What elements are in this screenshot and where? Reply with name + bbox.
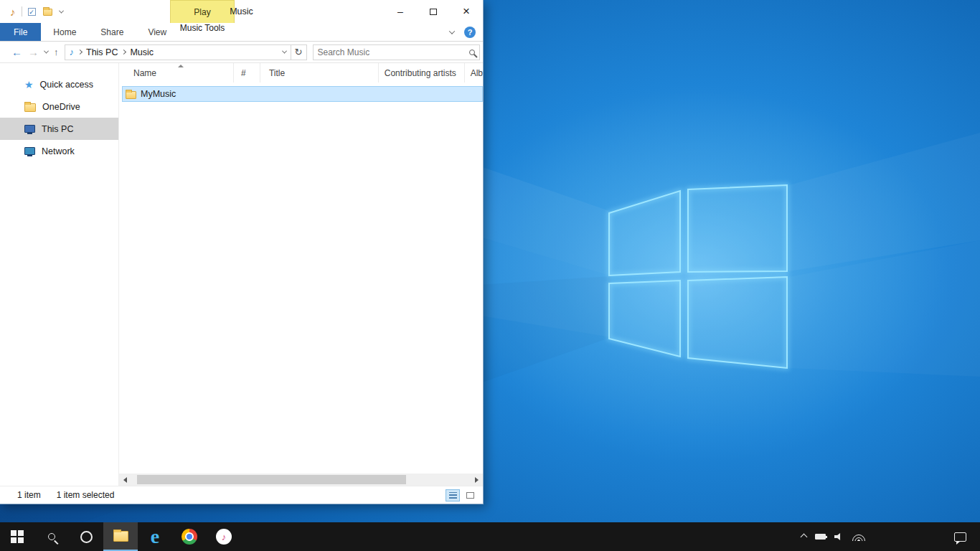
cortana-circle-icon bbox=[80, 531, 93, 543]
minimize-button[interactable]: – bbox=[384, 0, 417, 23]
system-tray bbox=[801, 522, 865, 551]
breadcrumb-chevron-icon bbox=[77, 50, 83, 55]
tab-home[interactable]: Home bbox=[41, 23, 88, 41]
up-button[interactable]: ↑ bbox=[54, 47, 59, 57]
right-arrow-icon bbox=[475, 477, 479, 483]
tab-group-music-tools[interactable]: Music Tools bbox=[170, 23, 235, 33]
tab-play-label: Play bbox=[194, 7, 210, 17]
tab-file[interactable]: File bbox=[0, 23, 41, 41]
search-icon bbox=[469, 50, 475, 55]
new-folder-icon[interactable] bbox=[43, 9, 52, 16]
view-toggle-buttons bbox=[446, 489, 477, 501]
collapse-ribbon-icon[interactable] bbox=[449, 28, 455, 34]
scroll-right-button[interactable] bbox=[471, 474, 483, 486]
large-icons-view-icon bbox=[466, 492, 474, 499]
file-explorer-window: ♪ ✓ Play Music – × File Home Share View bbox=[0, 0, 484, 504]
address-row: ← → ↑ ♪ This PC Music ↻ bbox=[0, 42, 483, 63]
left-arrow-icon bbox=[123, 477, 127, 483]
tab-play[interactable]: Play bbox=[170, 0, 235, 23]
details-view-button[interactable] bbox=[446, 489, 460, 501]
file-row-mymusic[interactable]: MyMusic bbox=[122, 86, 483, 102]
light-beam bbox=[789, 240, 980, 377]
selection-count: 1 item selected bbox=[57, 490, 115, 500]
hidden-icons-chevron-icon[interactable] bbox=[801, 533, 808, 540]
window-controls: – × bbox=[384, 0, 483, 23]
navigation-pane: ★ Quick access OneDrive This PC Network bbox=[0, 63, 118, 486]
scroll-left-button[interactable] bbox=[119, 474, 131, 486]
taskbar: e ♪ bbox=[0, 522, 980, 551]
customize-toolbar-caret-icon[interactable] bbox=[58, 8, 63, 13]
search-icon bbox=[48, 533, 55, 540]
column-header-name[interactable]: Name bbox=[119, 63, 234, 83]
taskbar-search-button[interactable] bbox=[34, 522, 69, 551]
breadcrumb-music[interactable]: Music bbox=[130, 47, 154, 57]
column-header-album[interactable]: Alb bbox=[465, 63, 483, 83]
music-note-icon: ♪ bbox=[10, 6, 16, 18]
close-button[interactable]: × bbox=[450, 0, 483, 23]
folder-icon bbox=[126, 91, 136, 99]
divider bbox=[22, 6, 22, 17]
refresh-button[interactable]: ↻ bbox=[291, 44, 307, 60]
file-list-pane: Name # Title Contributing artists Alb My… bbox=[118, 63, 483, 486]
sidebar-item-this-pc[interactable]: This PC bbox=[0, 118, 118, 140]
sidebar-item-onedrive[interactable]: OneDrive bbox=[0, 95, 118, 118]
quick-access-toolbar: ✓ bbox=[28, 7, 63, 16]
item-count: 1 item bbox=[17, 490, 41, 500]
action-center-icon bbox=[954, 532, 966, 542]
wifi-icon[interactable] bbox=[852, 532, 865, 541]
breadcrumb-this-pc[interactable]: This PC bbox=[86, 47, 118, 57]
sidebar-item-quick-access[interactable]: ★ Quick access bbox=[0, 73, 118, 95]
scrollbar-thumb[interactable] bbox=[137, 475, 406, 484]
start-button[interactable] bbox=[0, 522, 34, 551]
maximize-button[interactable] bbox=[417, 0, 450, 23]
windows-logo-icon bbox=[11, 530, 24, 543]
address-bar[interactable]: ♪ This PC Music bbox=[65, 44, 291, 60]
file-explorer-icon bbox=[113, 531, 128, 542]
file-name: MyMusic bbox=[141, 89, 176, 99]
sidebar-item-label: This PC bbox=[42, 124, 73, 134]
chrome-icon bbox=[182, 529, 197, 545]
sidebar-item-label: OneDrive bbox=[42, 102, 80, 112]
windows-logo bbox=[609, 185, 787, 368]
maximize-icon bbox=[430, 9, 437, 15]
sidebar-item-network[interactable]: Network bbox=[0, 140, 118, 162]
computer-icon bbox=[24, 125, 35, 133]
itunes-button[interactable]: ♪ bbox=[207, 522, 241, 551]
itunes-icon: ♪ bbox=[216, 529, 232, 545]
internet-explorer-button[interactable]: e bbox=[138, 522, 172, 551]
properties-icon[interactable]: ✓ bbox=[28, 8, 36, 16]
scrollbar-track[interactable] bbox=[131, 474, 471, 486]
recent-locations-caret-icon[interactable] bbox=[44, 49, 49, 54]
file-list-empty-area[interactable] bbox=[119, 102, 483, 474]
status-bar: 1 item 1 item selected bbox=[0, 486, 483, 504]
chrome-button[interactable] bbox=[172, 522, 207, 551]
minimize-icon: – bbox=[397, 6, 403, 17]
ribbon-tabs: File Home Share View Music Tools ? bbox=[0, 23, 483, 42]
window-body: ★ Quick access OneDrive This PC Network bbox=[0, 63, 483, 486]
action-center-button[interactable] bbox=[946, 522, 974, 551]
address-dropdown-caret-icon[interactable] bbox=[281, 49, 286, 54]
volume-icon[interactable] bbox=[834, 533, 844, 541]
back-button[interactable]: ← bbox=[11, 47, 22, 57]
network-icon bbox=[24, 147, 35, 155]
column-header-title[interactable]: Title bbox=[260, 63, 379, 83]
details-view-icon bbox=[449, 492, 457, 499]
horizontal-scrollbar[interactable] bbox=[119, 474, 483, 486]
sidebar-item-label: Quick access bbox=[40, 80, 93, 90]
onedrive-icon bbox=[24, 103, 36, 112]
column-header-contributing-artists[interactable]: Contributing artists bbox=[379, 63, 465, 83]
search-box[interactable] bbox=[313, 44, 481, 60]
tab-share[interactable]: Share bbox=[88, 23, 136, 41]
titlebar[interactable]: ♪ ✓ Play Music – × bbox=[0, 0, 483, 23]
cortana-button[interactable] bbox=[69, 522, 103, 551]
help-icon[interactable]: ? bbox=[464, 27, 476, 38]
forward-button[interactable]: → bbox=[28, 47, 39, 57]
ribbon-right-controls: ? bbox=[450, 23, 483, 41]
column-header-number[interactable]: # bbox=[234, 63, 260, 83]
search-input[interactable] bbox=[318, 47, 470, 57]
battery-icon[interactable] bbox=[815, 534, 826, 540]
taskbar-file-explorer-button[interactable] bbox=[103, 522, 138, 551]
large-icons-view-button[interactable] bbox=[463, 489, 477, 501]
sort-ascending-icon bbox=[178, 65, 184, 67]
logo-glow bbox=[448, 90, 951, 463]
